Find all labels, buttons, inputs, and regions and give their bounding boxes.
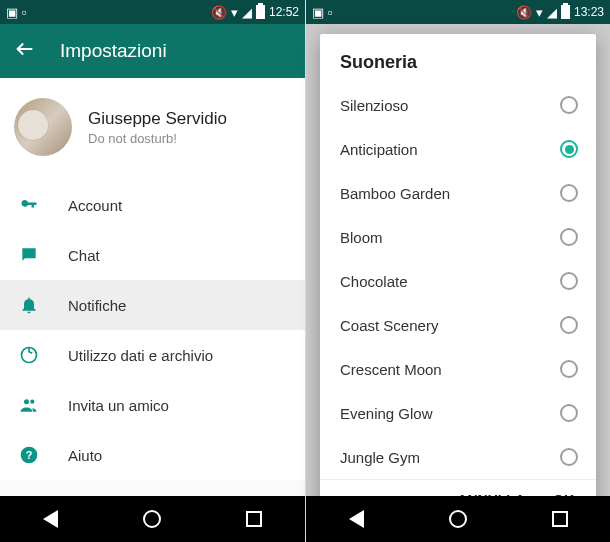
settings-item-label: Notifiche <box>68 297 126 314</box>
status-bar: ▣ ▫ 🔇 ▾ ◢ 13:23 <box>306 0 610 24</box>
ringtone-screen: ▣ ▫ 🔇 ▾ ◢ 13:23 Suoneria SilenziosoAntic… <box>305 0 610 542</box>
ringtone-option[interactable]: Crescent Moon <box>320 347 596 391</box>
settings-item-utilizzo-dati-e-archivio[interactable]: Utilizzo dati e archivio <box>0 330 305 380</box>
battery-icon <box>561 5 570 19</box>
settings-item-label: Utilizzo dati e archivio <box>68 347 213 364</box>
battery-icon <box>256 5 265 19</box>
settings-item-chat[interactable]: Chat <box>0 230 305 280</box>
nav-back[interactable] <box>349 510 364 528</box>
settings-item-notifiche[interactable]: Notifiche <box>0 280 305 330</box>
svg-point-2 <box>30 400 34 404</box>
bell-icon <box>18 294 40 316</box>
appbar-title: Impostazioni <box>60 40 167 62</box>
radio-button[interactable] <box>560 228 578 246</box>
nav-bar <box>0 496 305 542</box>
ringtone-dialog: Suoneria SilenziosoAnticipationBamboo Ga… <box>320 34 596 522</box>
ringtone-label: Jungle Gym <box>340 449 420 466</box>
mute-icon: 🔇 <box>211 6 227 19</box>
nav-back[interactable] <box>43 510 58 528</box>
notif-icon: ▣ <box>312 6 324 19</box>
settings-list: AccountChatNotificheUtilizzo dati e arch… <box>0 180 305 480</box>
ringtone-option[interactable]: Bloom <box>320 215 596 259</box>
signal-icon: ◢ <box>242 6 252 19</box>
dialog-title: Suoneria <box>320 52 596 83</box>
settings-item-label: Chat <box>68 247 100 264</box>
help-icon: ? <box>18 444 40 466</box>
invite-icon <box>18 394 40 416</box>
radio-button[interactable] <box>560 316 578 334</box>
ringtone-label: Bloom <box>340 229 383 246</box>
status-bar: ▣ ▫ 🔇 ▾ ◢ 12:52 <box>0 0 305 24</box>
mute-icon: 🔇 <box>516 6 532 19</box>
radio-button[interactable] <box>560 184 578 202</box>
notif-icon: ▫ <box>22 6 27 19</box>
app-bar: Impostazioni <box>0 24 305 78</box>
back-button[interactable] <box>14 38 36 65</box>
nav-bar <box>306 496 610 542</box>
profile-row[interactable]: Giuseppe Servidio Do not dosturb! <box>0 78 305 180</box>
ringtone-label: Chocolate <box>340 273 408 290</box>
settings-item-label: Account <box>68 197 122 214</box>
profile-status: Do not dosturb! <box>88 131 227 146</box>
data-icon <box>18 344 40 366</box>
svg-text:?: ? <box>26 449 33 461</box>
ringtone-label: Evening Glow <box>340 405 433 422</box>
radio-button[interactable] <box>560 360 578 378</box>
radio-button[interactable] <box>560 404 578 422</box>
settings-item-label: Aiuto <box>68 447 102 464</box>
avatar <box>14 98 72 156</box>
signal-icon: ◢ <box>547 6 557 19</box>
ringtone-option[interactable]: Jungle Gym <box>320 435 596 479</box>
settings-item-label: Invita un amico <box>68 397 169 414</box>
settings-item-invita-un-amico[interactable]: Invita un amico <box>0 380 305 430</box>
radio-button[interactable] <box>560 448 578 466</box>
status-time: 12:52 <box>269 5 299 19</box>
ringtone-option[interactable]: Anticipation <box>320 127 596 171</box>
ringtone-option[interactable]: Chocolate <box>320 259 596 303</box>
notif-icon: ▫ <box>328 6 333 19</box>
nav-recent[interactable] <box>246 511 262 527</box>
ringtone-list: SilenziosoAnticipationBamboo GardenBloom… <box>320 83 596 479</box>
status-time: 13:23 <box>574 5 604 19</box>
wifi-icon: ▾ <box>536 6 543 19</box>
ringtone-label: Crescent Moon <box>340 361 442 378</box>
ringtone-label: Coast Scenery <box>340 317 438 334</box>
nav-home[interactable] <box>449 510 467 528</box>
nav-recent[interactable] <box>552 511 568 527</box>
radio-button[interactable] <box>560 140 578 158</box>
ringtone-option[interactable]: Coast Scenery <box>320 303 596 347</box>
settings-screen: ▣ ▫ 🔇 ▾ ◢ 12:52 Impostazioni Giuseppe Se… <box>0 0 305 542</box>
svg-point-1 <box>24 399 29 404</box>
profile-name: Giuseppe Servidio <box>88 109 227 129</box>
chat-icon <box>18 244 40 266</box>
nav-home[interactable] <box>143 510 161 528</box>
wifi-icon: ▾ <box>231 6 238 19</box>
settings-item-account[interactable]: Account <box>0 180 305 230</box>
key-icon <box>18 194 40 216</box>
radio-button[interactable] <box>560 272 578 290</box>
ringtone-option[interactable]: Evening Glow <box>320 391 596 435</box>
settings-item-aiuto[interactable]: ?Aiuto <box>0 430 305 480</box>
ringtone-label: Bamboo Garden <box>340 185 450 202</box>
ringtone-label: Anticipation <box>340 141 418 158</box>
ringtone-option[interactable]: Bamboo Garden <box>320 171 596 215</box>
ringtone-label: Silenzioso <box>340 97 408 114</box>
notif-icon: ▣ <box>6 6 18 19</box>
ringtone-option[interactable]: Silenzioso <box>320 83 596 127</box>
radio-button[interactable] <box>560 96 578 114</box>
